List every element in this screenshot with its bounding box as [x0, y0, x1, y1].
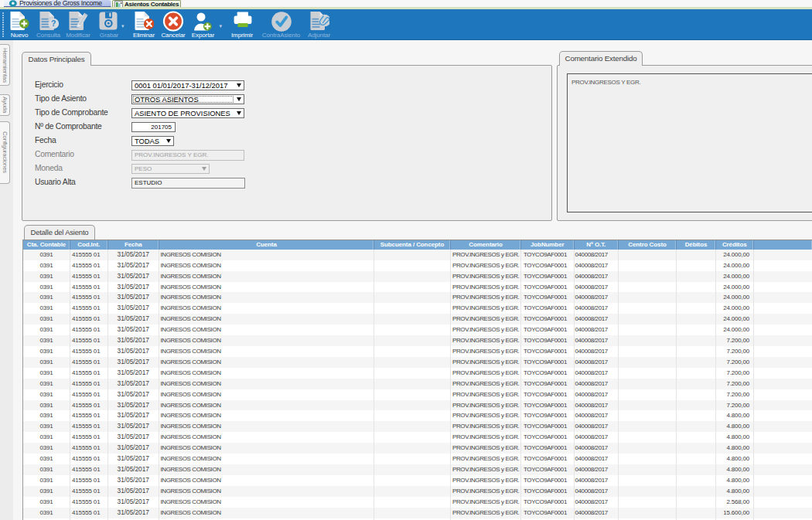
svg-text:?: ?: [51, 19, 56, 28]
